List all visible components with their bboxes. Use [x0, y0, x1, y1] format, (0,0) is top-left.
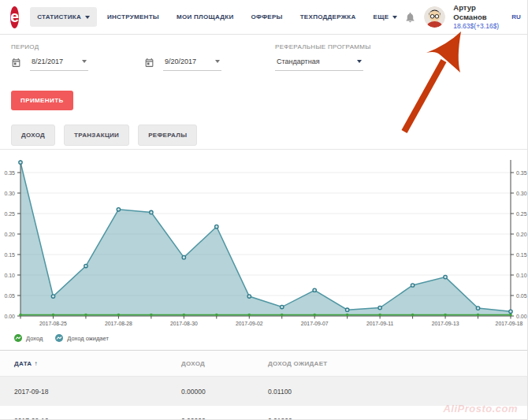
svg-text:0.35: 0.35 — [4, 170, 15, 176]
referral-program-value: Стандартная — [277, 58, 320, 65]
legend-marker-icon — [55, 334, 63, 342]
svg-text:2017-08-30: 2017-08-30 — [170, 321, 198, 326]
lang-switcher[interactable]: RU — [511, 13, 521, 20]
chevron-down-icon — [357, 60, 362, 63]
date-to-picker[interactable]: 9/20/2017 — [144, 57, 221, 71]
page: e СТАТИСТИКАИНСТРУМЕНТЫМОИ ПЛОЩАДКИОФФЕР… — [0, 0, 528, 420]
svg-text:0.05: 0.05 — [516, 293, 527, 299]
svg-text:0.20: 0.20 — [516, 232, 527, 237]
top-nav: e СТАТИСТИКАИНСТРУМЕНТЫМОИ ПЛОЩАДКИОФФЕР… — [0, 0, 528, 35]
tab-referrals[interactable]: РЕФЕРАЛЫ — [138, 125, 197, 146]
nav-item-label: ИНСТРУМЕНТЫ — [107, 13, 159, 20]
chevron-down-icon — [392, 16, 397, 19]
nav-item[interactable]: ИНСТРУМЕНТЫ — [100, 7, 166, 27]
svg-text:0.20: 0.20 — [4, 232, 15, 237]
svg-text:0.00: 0.00 — [4, 314, 15, 319]
cell-income-pending: 0.01900 — [268, 417, 528, 420]
svg-text:0.00: 0.00 — [516, 314, 527, 319]
header-right: Артур Османов 18.63$(+3.16$) RU — [404, 3, 520, 30]
svg-text:2017-08-25: 2017-08-25 — [39, 321, 67, 326]
chevron-down-icon — [215, 60, 220, 63]
nav-item[interactable]: ОФФЕРЫ — [244, 7, 290, 27]
cell-income: 0.00000 — [181, 417, 268, 420]
svg-text:0.35: 0.35 — [516, 170, 527, 176]
avatar[interactable] — [424, 6, 445, 28]
svg-text:0.10: 0.10 — [516, 273, 527, 278]
legend-label: Доход ожидает — [67, 335, 109, 342]
nav-item-label: МОИ ПЛОЩАДКИ — [177, 13, 234, 20]
table-header: ДАТА↑ ДОХОД ДОХОД ОЖИДАЕТ — [0, 351, 528, 377]
period-label: ПЕРИОД — [11, 43, 39, 50]
svg-text:0.05: 0.05 — [4, 293, 15, 299]
nav-item-label: СТАТИСТИКА — [37, 13, 81, 20]
user-balance: 18.63$(+3.16$) — [453, 22, 499, 31]
apply-button[interactable]: ПРИМЕНИТЬ — [11, 91, 73, 110]
nav-item[interactable]: ЕЩЕ — [366, 7, 405, 27]
cell-date: 2017-09-18 — [0, 388, 181, 396]
referral-programs-label: РЕФЕРАЛЬНЫЕ ПРОГРАММЫ — [275, 43, 371, 50]
cell-income: 0.00000 — [181, 388, 268, 396]
column-header-income[interactable]: ДОХОД — [181, 360, 268, 367]
svg-text:0.30: 0.30 — [4, 191, 15, 196]
bell-icon[interactable] — [404, 11, 416, 24]
legend-item: Доход — [14, 334, 43, 342]
date-to-value: 9/20/2017 — [165, 58, 196, 65]
svg-text:0.15: 0.15 — [4, 252, 15, 258]
area-income-pending — [20, 162, 511, 316]
calendar-icon — [11, 57, 21, 71]
column-header-date[interactable]: ДАТА↑ — [0, 360, 181, 367]
legend-marker-icon — [14, 334, 22, 342]
date-from-picker[interactable]: 8/21/2017 — [11, 57, 88, 71]
chart-legend: ДоходДоход ожидает — [14, 334, 109, 342]
nav-items: СТАТИСТИКАИНСТРУМЕНТЫМОИ ПЛОЩАДКИОФФЕРЫТ… — [30, 7, 404, 27]
section-divider — [0, 149, 528, 150]
svg-text:2017-09-11: 2017-09-11 — [366, 321, 393, 326]
nav-item-label: ТЕХПОДДЕРЖКА — [300, 13, 356, 20]
app-logo[interactable]: e — [10, 6, 19, 28]
date-from-value: 8/21/2017 — [32, 58, 63, 65]
svg-text:2017-09-13: 2017-09-13 — [432, 321, 459, 326]
nav-item[interactable]: ТЕХПОДДЕРЖКА — [293, 7, 363, 27]
cell-income-pending: 0.01100 — [268, 388, 528, 396]
chevron-down-icon — [82, 60, 87, 63]
nav-item-label: ОФФЕРЫ — [251, 13, 283, 20]
cell-date: 2017-09-16 — [0, 417, 181, 420]
tab-income[interactable]: ДОХОД — [11, 125, 55, 146]
svg-text:2017-08-28: 2017-08-28 — [105, 321, 132, 326]
nav-item[interactable]: МОИ ПЛОЩАДКИ — [169, 7, 241, 27]
svg-text:0.30: 0.30 — [516, 191, 527, 196]
svg-text:0.15: 0.15 — [516, 252, 527, 258]
legend-item: Доход ожидает — [55, 334, 109, 342]
referral-program-select[interactable]: Стандартная — [275, 57, 363, 71]
nav-item[interactable]: СТАТИСТИКА — [30, 7, 97, 27]
svg-text:2017-09-02: 2017-09-02 — [236, 321, 263, 326]
sort-asc-icon: ↑ — [34, 360, 37, 367]
svg-text:0.25: 0.25 — [4, 211, 15, 217]
user-name: Артур Османов — [453, 3, 499, 22]
calendar-icon — [144, 57, 154, 71]
watermark: AliProsto.com — [443, 403, 518, 414]
svg-text:2017-09-18: 2017-09-18 — [496, 321, 523, 326]
table-row: 2017-09-180.000000.01100 — [0, 377, 528, 406]
nav-item-label: ЕЩЕ — [374, 13, 389, 20]
income-area-chart: 0.000.000.050.050.100.100.150.150.200.20… — [0, 151, 528, 334]
legend-label: Доход — [26, 335, 43, 342]
svg-text:0.25: 0.25 — [516, 211, 527, 217]
column-header-income-pending[interactable]: ДОХОД ОЖИДАЕТ — [268, 360, 528, 367]
tab-transactions[interactable]: ТРАНЗАКЦИИ — [64, 125, 129, 146]
svg-text:0.10: 0.10 — [4, 273, 15, 278]
x-axis-labels: 2017-08-252017-08-282017-08-302017-09-02… — [39, 321, 523, 326]
svg-text:2017-09-07: 2017-09-07 — [301, 321, 329, 326]
chevron-down-icon — [85, 16, 90, 19]
report-tabs: ДОХОДТРАНЗАКЦИИРЕФЕРАЛЫ — [11, 125, 197, 146]
user-menu[interactable]: Артур Османов 18.63$(+3.16$) — [453, 3, 499, 30]
